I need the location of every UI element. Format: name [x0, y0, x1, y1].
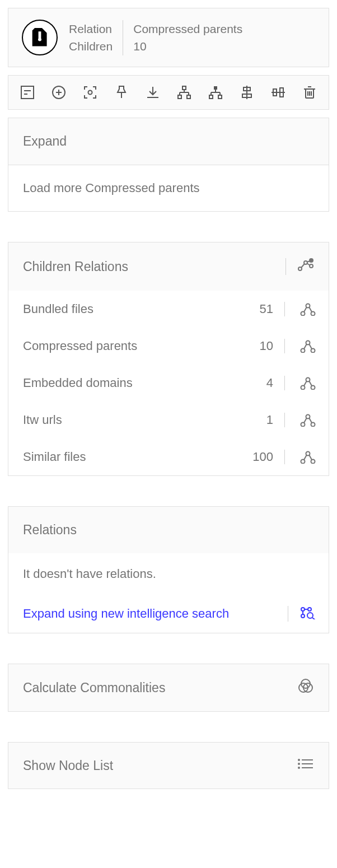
list-icon — [297, 757, 314, 774]
toolbar — [8, 75, 329, 110]
svg-rect-20 — [209, 95, 213, 99]
children-relations-body: Bundled files51Compressed parents10Embed… — [8, 291, 329, 475]
children-relations-header: Children Relations — [8, 242, 329, 291]
trash-icon[interactable] — [302, 83, 317, 101]
children-relations-section: Children Relations Bundled files51Compre… — [8, 242, 329, 476]
relation-count: 10 — [246, 339, 285, 353]
svg-point-61 — [301, 423, 305, 427]
no-relations-text: It doesn't have relations. — [8, 553, 329, 595]
add-circle-icon[interactable] — [51, 83, 67, 101]
header-relation-value: Compressed parents — [133, 20, 242, 38]
expand-node-icon[interactable] — [285, 376, 316, 390]
relation-count: 4 — [246, 376, 285, 390]
svg-point-57 — [311, 386, 315, 390]
header-col-left: Relation Children — [69, 20, 123, 55]
svg-rect-14 — [187, 95, 190, 99]
relation-row[interactable]: Itw urls1 — [8, 402, 329, 438]
relation-row[interactable]: Similar files100 — [8, 438, 329, 475]
children-relations-title: Children Relations — [23, 259, 128, 274]
pin-icon[interactable] — [114, 83, 129, 101]
svg-point-84 — [298, 763, 299, 764]
svg-point-41 — [310, 259, 313, 262]
show-node-list-label: Show Node List — [23, 758, 113, 773]
relation-row[interactable]: Embedded domains4 — [8, 365, 329, 402]
relation-count: 1 — [246, 413, 285, 427]
svg-line-76 — [312, 618, 315, 619]
header-children-value: 10 — [133, 38, 242, 55]
svg-line-42 — [301, 264, 305, 268]
relation-label: Itw urls — [23, 413, 246, 427]
svg-point-8 — [88, 91, 92, 95]
svg-line-63 — [304, 418, 307, 423]
relation-label: Embedded domains — [23, 376, 246, 390]
svg-point-47 — [311, 312, 315, 316]
svg-line-68 — [304, 455, 307, 460]
svg-rect-13 — [178, 95, 181, 99]
svg-rect-2 — [21, 86, 34, 99]
header-col-right: Compressed parents 10 — [123, 20, 252, 55]
calculate-commonalities-button[interactable]: Calculate Commonalities — [8, 664, 329, 712]
header-panel: Relation Children Compressed parents 10 — [8, 8, 329, 67]
show-node-list-button[interactable]: Show Node List — [8, 742, 329, 789]
file-zip-icon — [22, 20, 58, 55]
svg-line-59 — [309, 381, 312, 386]
note-icon[interactable] — [20, 83, 35, 101]
svg-point-85 — [298, 767, 299, 768]
expand-node-icon[interactable] — [285, 413, 316, 427]
svg-line-48 — [304, 307, 307, 312]
svg-point-72 — [301, 614, 305, 618]
expand-node-icon[interactable] — [285, 339, 316, 353]
relation-label: Similar files — [23, 450, 241, 464]
header-children-label: Children — [69, 38, 113, 55]
expand-search-link[interactable]: Expand using new intelligence search — [23, 606, 288, 621]
hierarchy-filled-icon[interactable] — [208, 83, 223, 101]
align-horizontal-icon[interactable] — [270, 83, 286, 101]
hierarchy-icon[interactable] — [176, 83, 192, 101]
align-vertical-icon[interactable] — [239, 83, 255, 101]
relation-row[interactable]: Compressed parents10 — [8, 328, 329, 365]
load-more-label: Load more Compressed parents — [23, 181, 200, 195]
svg-point-75 — [307, 613, 313, 618]
relation-label: Bundled files — [23, 302, 246, 316]
expand-title: Expand — [23, 134, 67, 149]
svg-rect-19 — [214, 86, 217, 90]
svg-line-43 — [307, 263, 310, 265]
svg-rect-0 — [39, 31, 41, 38]
svg-point-70 — [301, 608, 305, 611]
svg-point-83 — [298, 759, 299, 760]
venn-icon — [297, 679, 314, 697]
relations-section: Relations It doesn't have relations. Exp… — [8, 506, 329, 633]
calculate-commonalities-label: Calculate Commonalities — [23, 680, 165, 696]
relation-label: Compressed parents — [23, 339, 246, 353]
focus-icon[interactable] — [82, 83, 98, 101]
svg-line-64 — [309, 418, 312, 423]
graph-icon[interactable] — [285, 258, 314, 275]
svg-line-69 — [309, 455, 312, 460]
expand-section: Expand Load more Compressed parents — [8, 118, 329, 212]
svg-line-54 — [309, 344, 312, 349]
svg-point-56 — [301, 386, 305, 390]
svg-rect-21 — [218, 95, 222, 99]
relations-header: Relations — [8, 507, 329, 553]
svg-point-51 — [301, 349, 305, 353]
svg-point-67 — [311, 460, 315, 464]
expand-node-icon[interactable] — [285, 302, 316, 316]
relation-row[interactable]: Bundled files51 — [8, 291, 329, 328]
search-graph-icon[interactable] — [288, 606, 316, 622]
expand-header: Expand — [8, 118, 329, 165]
svg-point-71 — [308, 608, 311, 611]
load-more-button[interactable]: Load more Compressed parents — [8, 165, 329, 211]
relations-title: Relations — [23, 522, 77, 538]
relation-count: 51 — [246, 302, 285, 316]
svg-line-53 — [304, 344, 307, 349]
svg-point-1 — [38, 38, 41, 41]
svg-point-62 — [311, 423, 315, 427]
svg-rect-12 — [182, 86, 186, 90]
header-text: Relation Children Compressed parents 10 — [69, 20, 252, 55]
download-icon[interactable] — [145, 83, 161, 101]
svg-point-52 — [311, 349, 315, 353]
relation-count: 100 — [241, 450, 285, 464]
expand-node-icon[interactable] — [285, 450, 316, 464]
svg-line-49 — [309, 307, 312, 312]
svg-point-66 — [301, 460, 305, 464]
